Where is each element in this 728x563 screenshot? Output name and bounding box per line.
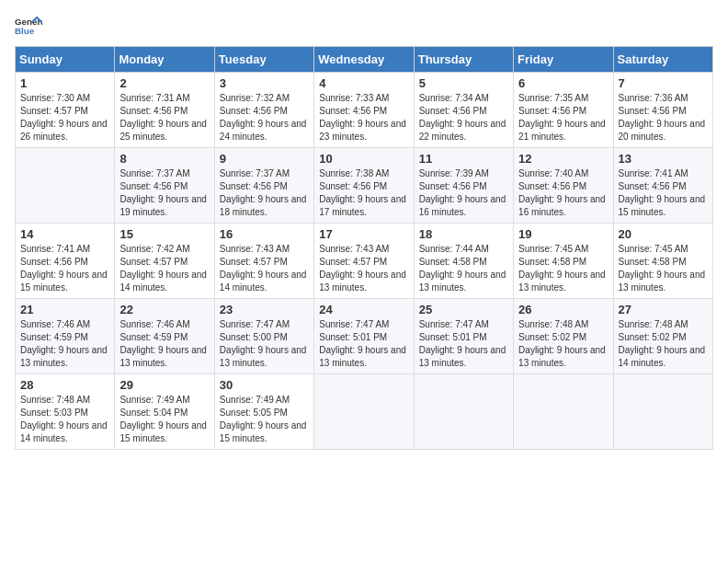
- calendar-cell: 27 Sunrise: 7:48 AMSunset: 5:02 PMDaylig…: [613, 299, 712, 374]
- weekday-header-sunday: Sunday: [16, 47, 115, 73]
- day-info: Sunrise: 7:49 AMSunset: 5:04 PMDaylight:…: [119, 395, 207, 443]
- calendar-cell: 26 Sunrise: 7:48 AMSunset: 5:02 PMDaylig…: [514, 299, 613, 374]
- calendar-cell: 17 Sunrise: 7:43 AMSunset: 4:57 PMDaylig…: [314, 224, 414, 299]
- day-number: 3: [220, 76, 309, 90]
- day-info: Sunrise: 7:32 AMSunset: 4:56 PMDaylight:…: [220, 93, 307, 142]
- weekday-header-saturday: Saturday: [613, 47, 712, 73]
- day-info: Sunrise: 7:46 AMSunset: 4:59 PMDaylight:…: [119, 319, 207, 368]
- day-number: 14: [20, 227, 109, 241]
- calendar-cell: 25 Sunrise: 7:47 AMSunset: 5:01 PMDaylig…: [414, 299, 513, 374]
- day-info: Sunrise: 7:33 AMSunset: 4:56 PMDaylight:…: [319, 93, 406, 142]
- weekday-header-thursday: Thursday: [414, 47, 513, 73]
- day-number: 9: [220, 152, 309, 166]
- calendar-cell: 13 Sunrise: 7:41 AMSunset: 4:56 PMDaylig…: [613, 148, 712, 224]
- day-info: Sunrise: 7:39 AMSunset: 4:56 PMDaylight:…: [419, 168, 506, 217]
- day-number: 18: [419, 227, 508, 241]
- day-info: Sunrise: 7:48 AMSunset: 5:02 PMDaylight:…: [619, 319, 706, 368]
- day-number: 20: [619, 227, 708, 241]
- weekday-header-row: SundayMondayTuesdayWednesdayThursdayFrid…: [16, 47, 713, 73]
- calendar-cell: 21 Sunrise: 7:46 AMSunset: 4:59 PMDaylig…: [16, 299, 115, 374]
- day-number: 8: [119, 152, 209, 166]
- calendar-cell: 6 Sunrise: 7:35 AMSunset: 4:56 PMDayligh…: [514, 73, 613, 148]
- day-number: 30: [220, 378, 309, 392]
- day-info: Sunrise: 7:36 AMSunset: 4:56 PMDaylight:…: [619, 93, 706, 142]
- weekday-header-monday: Monday: [115, 47, 214, 73]
- day-number: 25: [419, 303, 508, 316]
- day-info: Sunrise: 7:37 AMSunset: 4:56 PMDaylight:…: [119, 168, 207, 217]
- day-number: 23: [220, 303, 309, 316]
- calendar-cell: 23 Sunrise: 7:47 AMSunset: 5:00 PMDaylig…: [214, 299, 313, 374]
- weekday-header-tuesday: Tuesday: [214, 47, 313, 73]
- day-info: Sunrise: 7:47 AMSunset: 5:01 PMDaylight:…: [419, 319, 506, 368]
- day-info: Sunrise: 7:47 AMSunset: 5:00 PMDaylight:…: [220, 319, 307, 368]
- day-number: 24: [319, 303, 408, 316]
- weekday-header-friday: Friday: [514, 47, 613, 73]
- calendar: SundayMondayTuesdayWednesdayThursdayFrid…: [15, 46, 713, 450]
- day-number: 5: [419, 76, 508, 90]
- calendar-cell: 24 Sunrise: 7:47 AMSunset: 5:01 PMDaylig…: [314, 299, 414, 374]
- day-number: 13: [619, 152, 708, 166]
- week-row: 28 Sunrise: 7:48 AMSunset: 5:03 PMDaylig…: [16, 374, 713, 450]
- header: General Blue: [15, 15, 713, 37]
- calendar-cell: 15 Sunrise: 7:42 AMSunset: 4:57 PMDaylig…: [115, 224, 214, 299]
- day-info: Sunrise: 7:44 AMSunset: 4:58 PMDaylight:…: [419, 244, 506, 293]
- svg-text:Blue: Blue: [15, 26, 35, 36]
- calendar-cell: 5 Sunrise: 7:34 AMSunset: 4:56 PMDayligh…: [414, 73, 513, 148]
- day-number: 2: [119, 76, 209, 90]
- day-number: 10: [319, 152, 408, 166]
- day-number: 11: [419, 152, 508, 166]
- day-info: Sunrise: 7:40 AMSunset: 4:56 PMDaylight:…: [518, 168, 606, 217]
- calendar-cell: 1 Sunrise: 7:30 AMSunset: 4:57 PMDayligh…: [16, 73, 115, 148]
- day-info: Sunrise: 7:41 AMSunset: 4:56 PMDaylight:…: [619, 168, 706, 217]
- calendar-cell: 28 Sunrise: 7:48 AMSunset: 5:03 PMDaylig…: [16, 374, 115, 450]
- calendar-cell: 11 Sunrise: 7:39 AMSunset: 4:56 PMDaylig…: [414, 148, 513, 224]
- day-number: 1: [20, 76, 109, 90]
- day-info: Sunrise: 7:31 AMSunset: 4:56 PMDaylight:…: [119, 93, 207, 142]
- calendar-cell: [414, 374, 513, 450]
- day-info: Sunrise: 7:48 AMSunset: 5:03 PMDaylight:…: [20, 395, 108, 443]
- calendar-cell: 9 Sunrise: 7:37 AMSunset: 4:56 PMDayligh…: [214, 148, 313, 224]
- calendar-cell: 14 Sunrise: 7:41 AMSunset: 4:56 PMDaylig…: [16, 224, 115, 299]
- calendar-cell: 2 Sunrise: 7:31 AMSunset: 4:56 PMDayligh…: [115, 73, 214, 148]
- day-number: 29: [119, 378, 209, 392]
- calendar-cell: [314, 374, 414, 450]
- calendar-cell: 10 Sunrise: 7:38 AMSunset: 4:56 PMDaylig…: [314, 148, 414, 224]
- calendar-cell: 18 Sunrise: 7:44 AMSunset: 4:58 PMDaylig…: [414, 224, 513, 299]
- day-number: 28: [20, 378, 109, 392]
- calendar-cell: [514, 374, 613, 450]
- day-number: 17: [319, 227, 408, 241]
- day-info: Sunrise: 7:35 AMSunset: 4:56 PMDaylight:…: [518, 93, 606, 142]
- day-number: 4: [319, 76, 408, 90]
- day-number: 15: [119, 227, 209, 241]
- day-number: 16: [220, 227, 309, 241]
- week-row: 1 Sunrise: 7:30 AMSunset: 4:57 PMDayligh…: [16, 73, 713, 148]
- day-number: 26: [518, 303, 608, 316]
- day-info: Sunrise: 7:49 AMSunset: 5:05 PMDaylight:…: [220, 395, 307, 443]
- calendar-cell: 12 Sunrise: 7:40 AMSunset: 4:56 PMDaylig…: [514, 148, 613, 224]
- day-info: Sunrise: 7:41 AMSunset: 4:56 PMDaylight:…: [20, 244, 108, 293]
- calendar-cell: 29 Sunrise: 7:49 AMSunset: 5:04 PMDaylig…: [115, 374, 214, 450]
- calendar-cell: 30 Sunrise: 7:49 AMSunset: 5:05 PMDaylig…: [214, 374, 313, 450]
- calendar-cell: 7 Sunrise: 7:36 AMSunset: 4:56 PMDayligh…: [613, 73, 712, 148]
- day-number: 27: [619, 303, 708, 316]
- day-info: Sunrise: 7:38 AMSunset: 4:56 PMDaylight:…: [319, 168, 406, 217]
- calendar-cell: 22 Sunrise: 7:46 AMSunset: 4:59 PMDaylig…: [115, 299, 214, 374]
- week-row: 14 Sunrise: 7:41 AMSunset: 4:56 PMDaylig…: [16, 224, 713, 299]
- day-number: 22: [119, 303, 209, 316]
- day-number: 19: [518, 227, 608, 241]
- day-info: Sunrise: 7:42 AMSunset: 4:57 PMDaylight:…: [119, 244, 207, 293]
- calendar-cell: [613, 374, 712, 450]
- day-info: Sunrise: 7:30 AMSunset: 4:57 PMDaylight:…: [20, 93, 108, 142]
- weekday-header-wednesday: Wednesday: [314, 47, 414, 73]
- day-info: Sunrise: 7:43 AMSunset: 4:57 PMDaylight:…: [319, 244, 406, 293]
- calendar-cell: 3 Sunrise: 7:32 AMSunset: 4:56 PMDayligh…: [214, 73, 313, 148]
- day-info: Sunrise: 7:47 AMSunset: 5:01 PMDaylight:…: [319, 319, 406, 368]
- logo-icon: General Blue: [15, 15, 42, 37]
- day-info: Sunrise: 7:34 AMSunset: 4:56 PMDaylight:…: [419, 93, 506, 142]
- day-number: 12: [518, 152, 608, 166]
- day-info: Sunrise: 7:46 AMSunset: 4:59 PMDaylight:…: [20, 319, 108, 368]
- day-info: Sunrise: 7:43 AMSunset: 4:57 PMDaylight:…: [220, 244, 307, 293]
- day-info: Sunrise: 7:37 AMSunset: 4:56 PMDaylight:…: [220, 168, 307, 217]
- day-info: Sunrise: 7:48 AMSunset: 5:02 PMDaylight:…: [518, 319, 606, 368]
- logo: General Blue: [15, 15, 42, 37]
